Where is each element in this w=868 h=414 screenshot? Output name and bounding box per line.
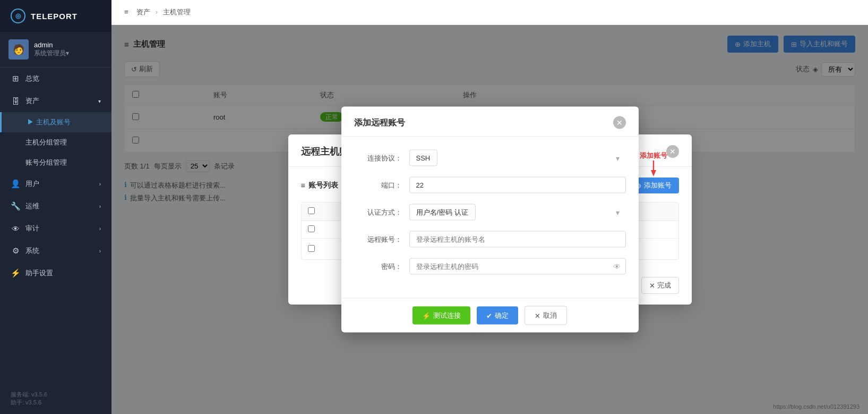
protocol-select[interactable]: SSH: [409, 150, 437, 166]
sidebar-item-label: 资产: [25, 96, 39, 106]
chevron-right-icon: ›: [99, 204, 101, 209]
sidebar-nav: ⊞ 总览 🗄 资产 ▾ ▶ 主机及账号 主机分组管理 账号分组管理 👤 用户 ›…: [0, 67, 111, 383]
user-info: admin 系统管理员▾: [34, 41, 69, 58]
sidebar-user[interactable]: 🧑 admin 系统管理员▾: [0, 32, 111, 67]
audit-icon: 👁: [11, 224, 20, 233]
sidebar-item-label: ▶ 主机及账号: [27, 117, 71, 127]
sidebar-footer: 服务端: v3.5.6 助手: v3.5.6: [0, 383, 111, 414]
breadcrumb-icon: ≡: [124, 8, 128, 16]
select-all-checkbox[interactable]: [308, 207, 315, 214]
breadcrumb-parent: 资产: [136, 8, 150, 16]
user-role: 系统管理员▾: [34, 49, 69, 58]
auth-row: 认证方式： 用户名/密码 认证: [354, 204, 626, 221]
main-content: ≡ 资产 › 主机管理 ≡ 主机管理 ⊕ 添加主机 ⊞ 导入主机和账号: [111, 0, 868, 414]
modal-overlay[interactable]: 远程主机账号管理 ✕ ≡ 账号列表 ↺ 刷新: [111, 25, 868, 414]
sidebar-item-host-groups[interactable]: 主机分组管理: [0, 132, 111, 153]
sidebar-item-users[interactable]: 👤 用户 ›: [0, 173, 111, 195]
client-version: 助手: v3.5.6: [11, 399, 101, 407]
chevron-right-icon: ›: [99, 226, 101, 232]
cancel-button[interactable]: ✕ 取消: [525, 306, 567, 325]
password-label: 密码：: [354, 261, 402, 271]
sidebar-item-label: 运维: [25, 201, 39, 211]
ops-icon: 🔧: [11, 201, 20, 211]
add-modal-title: 添加远程账号: [354, 117, 405, 128]
page-content: ≡ 主机管理 ⊕ 添加主机 ⊞ 导入主机和账号 ↺ 刷新 状态: [111, 25, 868, 414]
sidebar-item-assistant[interactable]: ⚡ 助手设置: [0, 262, 111, 284]
svg-marker-1: [651, 170, 656, 176]
sidebar-item-label: 助手设置: [25, 268, 53, 278]
add-modal-header: 添加远程账号 ✕: [341, 107, 639, 137]
sidebar-item-ops[interactable]: 🔧 运维 ›: [0, 195, 111, 217]
users-icon: 👤: [11, 179, 20, 189]
protocol-row: 连接协议： SSH: [354, 150, 626, 166]
confirm-button[interactable]: ✔ 确定: [477, 307, 518, 325]
chevron-down-icon: ▾: [98, 98, 101, 104]
sidebar-item-label: 账号分组管理: [25, 158, 67, 167]
modal-close-button[interactable]: ✕: [666, 145, 679, 158]
app-name: TELEPORT: [31, 12, 78, 21]
sidebar-item-label: 系统: [25, 246, 39, 256]
port-input[interactable]: [409, 177, 626, 193]
auth-select-wrap: 用户名/密码 认证: [409, 204, 626, 221]
sidebar-item-account-groups[interactable]: 账号分组管理: [0, 153, 111, 173]
user-name: admin: [34, 41, 69, 49]
sidebar-item-assets[interactable]: 🗄 资产 ▾: [0, 90, 111, 112]
sidebar-item-label: 审计: [25, 224, 39, 233]
assets-icon: 🗄: [11, 97, 20, 106]
breadcrumb-current: 主机管理: [163, 8, 191, 16]
topbar: ≡ 资产 › 主机管理: [111, 0, 868, 25]
add-modal-footer: ⚡ 测试连接 ✔ 确定 ✕ 取消: [341, 298, 639, 333]
sidebar-item-hosts[interactable]: ▶ 主机及账号: [0, 112, 111, 132]
protocol-select-wrap: SSH: [409, 150, 626, 166]
assistant-icon: ⚡: [11, 268, 20, 278]
add-account-modal: 添加远程账号 ✕ 连接协议： SSH: [341, 107, 639, 333]
add-modal-close-button[interactable]: ✕: [613, 116, 626, 129]
check-icon: ✕: [649, 282, 655, 290]
breadcrumb: ≡ 资产 › 主机管理: [124, 7, 191, 17]
sidebar-item-label: 用户: [25, 179, 39, 189]
sidebar: ◎ TELEPORT 🧑 admin 系统管理员▾ ⊞ 总览 🗄 资产 ▾ ▶ …: [0, 0, 111, 414]
add-modal-body: 连接协议： SSH 端口：: [341, 137, 639, 298]
close-icon: ✕: [535, 311, 540, 319]
test-connection-button[interactable]: ⚡ 测试连接: [412, 307, 470, 325]
account-management-modal: 远程主机账号管理 ✕ ≡ 账号列表 ↺ 刷新: [288, 134, 692, 305]
server-version: 服务端: v3.5.6: [11, 391, 101, 399]
password-input[interactable]: [409, 258, 626, 275]
system-icon: ⚙: [11, 246, 20, 256]
chevron-right-icon: ›: [99, 248, 101, 254]
chevron-right-icon: ›: [99, 181, 101, 187]
eye-icon[interactable]: 👁: [613, 262, 621, 271]
sidebar-item-label: 总览: [25, 74, 39, 83]
password-input-wrap: 👁: [409, 258, 626, 275]
row-checkbox[interactable]: [308, 225, 315, 232]
list-icon: ≡: [301, 181, 305, 190]
complete-button[interactable]: ✕ 完成: [641, 277, 679, 294]
auth-label: 认证方式：: [354, 207, 402, 217]
remote-account-label: 远程账号：: [354, 234, 402, 244]
app-logo: ◎ TELEPORT: [0, 0, 111, 32]
logo-icon: ◎: [11, 9, 25, 23]
protocol-label: 连接协议：: [354, 153, 402, 163]
port-row: 端口：: [354, 177, 626, 193]
avatar: 🧑: [8, 39, 29, 60]
lightning-icon: ⚡: [422, 311, 431, 319]
sidebar-item-system[interactable]: ⚙ 系统 ›: [0, 240, 111, 262]
remote-account-row: 远程账号：: [354, 231, 626, 248]
port-label: 端口：: [354, 180, 402, 190]
check-icon: ✔: [486, 311, 492, 319]
remote-account-input[interactable]: [409, 231, 626, 248]
overview-icon: ⊞: [11, 74, 20, 83]
password-row: 密码： 👁: [354, 258, 626, 275]
auth-select[interactable]: 用户名/密码 认证: [409, 204, 476, 221]
sidebar-item-label: 主机分组管理: [25, 138, 67, 147]
sidebar-item-audit[interactable]: 👁 审计 ›: [0, 217, 111, 240]
row-checkbox[interactable]: [308, 245, 315, 252]
sidebar-item-overview[interactable]: ⊞ 总览: [0, 67, 111, 90]
account-list-title: ≡ 账号列表: [301, 181, 338, 190]
